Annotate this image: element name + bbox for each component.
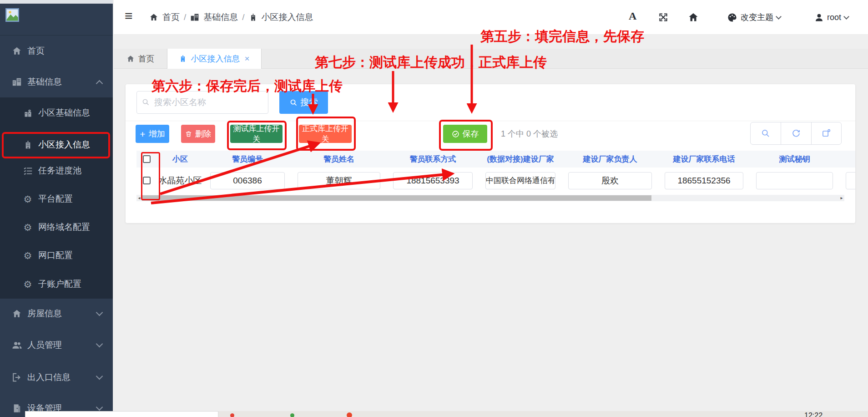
column-header-vendor-phone[interactable]: 建设厂家联系电话 <box>658 154 750 164</box>
breadcrumb-item-home[interactable]: 首页 <box>162 11 180 23</box>
police-phone-input[interactable] <box>393 172 473 189</box>
close-icon[interactable]: × <box>244 54 249 64</box>
sidebar-item-home[interactable]: 首页 <box>0 39 113 63</box>
export-window-button[interactable] <box>811 122 841 144</box>
sidebar-item-entrance-info[interactable]: 出入口信息 <box>0 366 113 389</box>
search-icon <box>142 98 150 106</box>
official-db-upload-switch-button[interactable]: 正式库上传开关 <box>299 125 352 143</box>
tab-label: 首页 <box>138 53 155 64</box>
vendor-phone-input[interactable] <box>665 172 743 189</box>
sidebar-item-label: 小区接入信息 <box>38 139 90 151</box>
sidebar-item-community-access-info[interactable]: 小区接入信息 <box>0 133 113 157</box>
select-all-checkbox[interactable] <box>143 155 151 163</box>
sidebar-item-personnel[interactable]: 人员管理 <box>0 333 113 357</box>
tab-bar: 首页 小区接入信息 × <box>114 49 868 69</box>
trash-icon <box>185 130 192 137</box>
fullscreen-icon[interactable] <box>658 12 669 23</box>
chevron-down-icon <box>96 341 103 348</box>
delete-button[interactable]: 删除 <box>181 125 215 143</box>
divider <box>126 121 855 121</box>
top-header-bar: ≡ 首页 / 基础信息 / 小区接入信息 A 改变主题 root <box>114 0 868 35</box>
taskbar-clock: 12:22 <box>804 412 823 417</box>
sidebar-item-label: 人员管理 <box>27 339 62 351</box>
delete-button-label: 删除 <box>195 128 212 139</box>
chevron-down-icon <box>776 14 782 20</box>
sidebar-item-house-info[interactable]: 房屋信息 <box>0 302 113 325</box>
search-input[interactable] <box>136 91 268 114</box>
taskbar-app-dot-orange[interactable] <box>347 412 352 417</box>
breadcrumb: 首页 / 基础信息 / 小区接入信息 <box>149 0 313 35</box>
save-button[interactable]: 保存 <box>443 125 487 143</box>
search-button[interactable]: 搜索 <box>279 91 328 114</box>
people-icon <box>11 340 23 351</box>
sidebar-item-label: 房屋信息 <box>27 308 62 320</box>
selection-count-text: 1 个中 0 个被选 <box>501 125 558 143</box>
column-header-vendor-manager[interactable]: 建设厂家负责人 <box>562 154 658 164</box>
taskbar-app-dot-red[interactable] <box>230 413 234 417</box>
building-access-icon <box>249 13 257 22</box>
sidebar-item-port-config[interactable]: ⚙ 网口配置 <box>0 244 113 267</box>
sidebar-item-domain-config[interactable]: ⚙ 网络域名配置 <box>0 215 113 239</box>
font-size-button[interactable]: A <box>629 10 636 22</box>
add-button[interactable]: + 增加 <box>136 125 169 143</box>
column-header-police-phone[interactable]: 警员联系方式 <box>387 154 479 164</box>
breadcrumb-item-community-access[interactable]: 小区接入信息 <box>262 11 313 23</box>
column-header-test-secret[interactable]: 测试秘钥 <box>750 154 839 164</box>
extra-input-clipped[interactable] <box>846 172 855 189</box>
vendor-manager-input[interactable] <box>568 172 652 189</box>
gear-icon: ⚙ <box>22 194 34 204</box>
sidebar-item-basic-info[interactable]: 基础信息 <box>0 70 113 94</box>
theme-label: 改变主题 <box>741 12 773 23</box>
user-icon <box>814 13 824 22</box>
sidebar-item-subaccount-config[interactable]: ⚙ 子账户配置 <box>0 272 113 296</box>
police-id-input[interactable] <box>210 172 285 189</box>
building-access-icon <box>22 140 34 150</box>
house-icon <box>11 309 23 319</box>
column-header-police-id[interactable]: 警员编号 <box>204 154 291 164</box>
home-icon <box>149 13 158 22</box>
chevron-down-icon <box>843 14 849 20</box>
sidebar-item-label: 小区基础信息 <box>38 107 90 119</box>
breadcrumb-item-basic-info[interactable]: 基础信息 <box>203 11 238 23</box>
tab-home[interactable]: 首页 <box>114 49 167 69</box>
column-header-police-name[interactable]: 警员姓名 <box>291 154 387 164</box>
scrollbar-thumb[interactable] <box>142 195 651 201</box>
table-search-button[interactable] <box>751 122 781 144</box>
sidebar-item-label: 出入口信息 <box>27 371 71 383</box>
sidebar-item-label: 子账户配置 <box>38 278 81 290</box>
scroll-left-icon[interactable]: ◂ <box>136 195 142 201</box>
horizontal-scrollbar[interactable]: ◂ ▸ <box>136 195 844 201</box>
taskbar-background <box>218 411 868 417</box>
theme-switcher[interactable]: 改变主题 <box>727 0 781 35</box>
taskbar-app-dot-green[interactable] <box>290 413 294 417</box>
column-header-community[interactable]: 小区 <box>156 154 204 164</box>
gear-icon: ⚙ <box>22 223 34 232</box>
sidebar-item-platform-config[interactable]: ⚙ 平台配置 <box>0 187 113 211</box>
sidebar-item-label: 首页 <box>27 45 45 57</box>
column-header-vendor[interactable]: (数据对接)建设厂家 <box>479 154 562 164</box>
home-icon <box>11 46 23 56</box>
sidebar-item-task-pool[interactable]: 任务进度池 <box>0 159 113 183</box>
user-menu[interactable]: root <box>814 0 848 35</box>
home-shortcut-icon[interactable] <box>688 12 699 23</box>
building-access-icon <box>179 55 187 63</box>
refresh-button[interactable] <box>781 122 811 144</box>
tab-community-access-info[interactable]: 小区接入信息 × <box>167 49 262 69</box>
logo-area <box>0 4 113 36</box>
scroll-right-icon[interactable]: ▸ <box>839 195 844 201</box>
search-button-label: 搜索 <box>301 97 318 108</box>
cell-community: 水晶苑小区 <box>156 175 204 187</box>
police-name-input[interactable] <box>298 172 380 189</box>
sidebar-item-community-basic-info[interactable]: 小区基础信息 <box>0 101 113 125</box>
test-secret-input[interactable] <box>756 172 833 189</box>
test-db-upload-switch-button[interactable]: 测试库上传开关 <box>230 125 283 143</box>
search-icon <box>290 99 298 107</box>
home-icon <box>126 55 135 63</box>
breadcrumb-separator: / <box>184 12 186 22</box>
gear-icon: ⚙ <box>22 251 34 260</box>
sidebar-item-label: 网口配置 <box>38 249 73 261</box>
menu-toggle-icon[interactable]: ≡ <box>125 9 133 23</box>
row-checkbox[interactable] <box>143 177 151 184</box>
buildings-icon <box>190 13 199 22</box>
vendor-input[interactable] <box>485 172 555 189</box>
